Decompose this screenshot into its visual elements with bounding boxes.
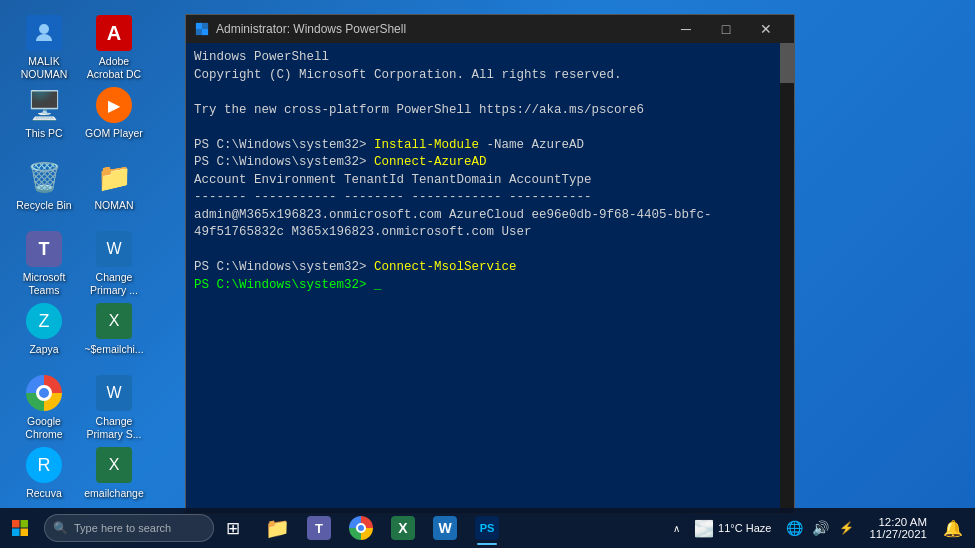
adobe-acrobat-icon: A <box>95 14 133 52</box>
noman-label: NOMAN <box>94 199 133 212</box>
taskbar-pinned-apps: 📁TXWPS <box>256 508 508 548</box>
ps-line: PS C:\Windows\system32> Install-Module -… <box>194 137 786 155</box>
zapya-icon: Z <box>25 302 63 340</box>
ps-line: Copyright (C) Microsoft Corporation. All… <box>194 67 786 85</box>
malik-nouman-label: MALIK NOUMAN <box>12 55 76 81</box>
excel-tb-icon: X <box>391 516 415 540</box>
volume-tray-icon[interactable]: 🔊 <box>807 509 833 547</box>
ps-line: ------- ----------- -------- -----------… <box>194 189 786 207</box>
svg-rect-8 <box>21 529 29 537</box>
noman-icon: 📁 <box>95 158 133 196</box>
change-primary1-icon: W <box>95 230 133 268</box>
recuva-icon: R <box>25 446 63 484</box>
gom-player-icon: ▶ <box>95 86 133 124</box>
start-button[interactable] <box>0 508 40 548</box>
taskbar-pinned-chrome-tb[interactable] <box>340 508 382 548</box>
taskbar: 🔍 Type here to search ⊞ 📁TXWPS ∧ 🌫️ 11°C… <box>0 508 975 548</box>
ps-line <box>194 84 786 102</box>
change-primary1-label: Change Primary ... <box>82 271 146 297</box>
desktop-icon-google-chrome[interactable]: Google Chrome <box>8 370 80 445</box>
desktop-icon-change-primary2[interactable]: WChange Primary S... <box>78 370 150 445</box>
ps-title-text: Administrator: Windows PowerShell <box>216 22 666 36</box>
desktop-icon-recycle-bin[interactable]: 🗑️Recycle Bin <box>8 154 80 216</box>
ps-line: PS C:\Windows\system32> Connect-MsolServ… <box>194 259 786 277</box>
emailchange-icon: X <box>95 446 133 484</box>
battery-tray-icon[interactable]: ⚡ <box>833 509 859 547</box>
svg-rect-4 <box>202 29 208 35</box>
malik-nouman-icon <box>25 14 63 52</box>
teams-tb-icon: T <box>307 516 331 540</box>
ps-line: admin@M365x196823.onmicrosoft.com AzureC… <box>194 207 786 242</box>
desktop-icon-recuva[interactable]: RRecuva <box>8 442 80 504</box>
svg-rect-2 <box>202 23 208 29</box>
search-placeholder: Type here to search <box>74 522 171 534</box>
file-explorer-icon: 📁 <box>265 516 290 540</box>
semailchi-label: ~$emailchi... <box>84 343 143 356</box>
tray-overflow-button[interactable]: ∧ <box>669 509 684 547</box>
clock-area[interactable]: 12:20 AM 11/27/2021 <box>861 509 935 547</box>
svg-point-0 <box>39 24 49 34</box>
ps-scrollbar-thumb[interactable] <box>780 43 794 83</box>
ps-line <box>194 119 786 137</box>
svg-rect-7 <box>12 529 20 537</box>
zapya-label: Zapya <box>29 343 58 356</box>
desktop-icon-gom-player[interactable]: ▶GOM Player <box>78 82 150 144</box>
chrome-tb-icon <box>349 516 373 540</box>
taskbar-pinned-powershell-tb[interactable]: PS <box>466 508 508 548</box>
clock-time: 12:20 AM <box>878 516 927 528</box>
taskbar-pinned-excel-tb[interactable]: X <box>382 508 424 548</box>
search-bar[interactable]: 🔍 Type here to search <box>44 514 214 542</box>
semailchi-icon: X <box>95 302 133 340</box>
desktop-icon-ms-teams[interactable]: TMicrosoft Teams <box>8 226 80 301</box>
ps-minimize-button[interactable]: ─ <box>666 15 706 43</box>
weather-widget[interactable]: 🌫️ 11°C Haze <box>686 519 779 538</box>
word-tb-icon: W <box>433 516 457 540</box>
weather-text: 11°C Haze <box>718 522 771 534</box>
ps-maximize-button[interactable]: □ <box>706 15 746 43</box>
powershell-window: Administrator: Windows PowerShell ─ □ ✕ … <box>185 14 795 514</box>
ps-line <box>194 242 786 260</box>
recycle-bin-label: Recycle Bin <box>16 199 71 212</box>
weather-icon: 🌫️ <box>694 519 714 538</box>
task-view-icon: ⊞ <box>226 518 240 539</box>
recycle-bin-icon: 🗑️ <box>25 158 63 196</box>
emailchange-label: emailchange <box>84 487 144 500</box>
powershell-tb-icon: PS <box>475 516 499 540</box>
desktop-icon-emailchange[interactable]: Xemailchange <box>78 442 150 504</box>
taskbar-pinned-ms-teams-tb[interactable]: T <box>298 508 340 548</box>
svg-rect-3 <box>196 29 202 35</box>
ps-line: Try the new cross-platform PowerShell ht… <box>194 102 786 120</box>
ps-titlebar: Administrator: Windows PowerShell ─ □ ✕ <box>186 15 794 43</box>
ps-scrollbar[interactable] <box>780 43 794 513</box>
desktop-icon-change-primary1[interactable]: WChange Primary ... <box>78 226 150 301</box>
taskbar-pinned-file-explorer[interactable]: 📁 <box>256 508 298 548</box>
this-pc-icon: 🖥️ <box>25 86 63 124</box>
change-primary2-label: Change Primary S... <box>82 415 146 441</box>
ps-line: Account Environment TenantId TenantDomai… <box>194 172 786 190</box>
desktop-icon-semailchi[interactable]: X~$emailchi... <box>78 298 150 360</box>
desktop-icon-malik-nouman[interactable]: MALIK NOUMAN <box>8 10 80 85</box>
taskbar-right: ∧ 🌫️ 11°C Haze 🌐 🔊 ⚡ 12:20 AM 11/27/2021… <box>669 508 975 548</box>
desktop-icon-this-pc[interactable]: 🖥️This PC <box>8 82 80 144</box>
desktop-icon-zapya[interactable]: ZZapya <box>8 298 80 360</box>
ps-line: PS C:\Windows\system32> Connect-AzureAD <box>194 154 786 172</box>
google-chrome-icon <box>25 374 63 412</box>
ps-line: PS C:\Windows\system32> _ <box>194 277 786 295</box>
desktop-icon-noman[interactable]: 📁NOMAN <box>78 154 150 216</box>
ps-title-icon <box>194 21 210 37</box>
network-tray-icon[interactable]: 🌐 <box>781 509 807 547</box>
notification-button[interactable]: 🔔 <box>937 508 969 548</box>
task-view-button[interactable]: ⊞ <box>214 508 252 548</box>
ps-window-controls: ─ □ ✕ <box>666 15 786 43</box>
svg-rect-6 <box>21 520 29 528</box>
svg-rect-1 <box>196 23 202 29</box>
ps-close-button[interactable]: ✕ <box>746 15 786 43</box>
taskbar-left: 🔍 Type here to search ⊞ 📁TXWPS <box>0 508 508 548</box>
taskbar-pinned-word-tb[interactable]: W <box>424 508 466 548</box>
ps-content-area[interactable]: Windows PowerShellCopyright (C) Microsof… <box>186 43 794 513</box>
google-chrome-label: Google Chrome <box>12 415 76 441</box>
gom-player-label: GOM Player <box>85 127 143 140</box>
ps-line: Windows PowerShell <box>194 49 786 67</box>
tray-icons: 🌐 🔊 ⚡ <box>781 509 859 547</box>
desktop-icon-adobe-acrobat[interactable]: AAdobe Acrobat DC <box>78 10 150 85</box>
